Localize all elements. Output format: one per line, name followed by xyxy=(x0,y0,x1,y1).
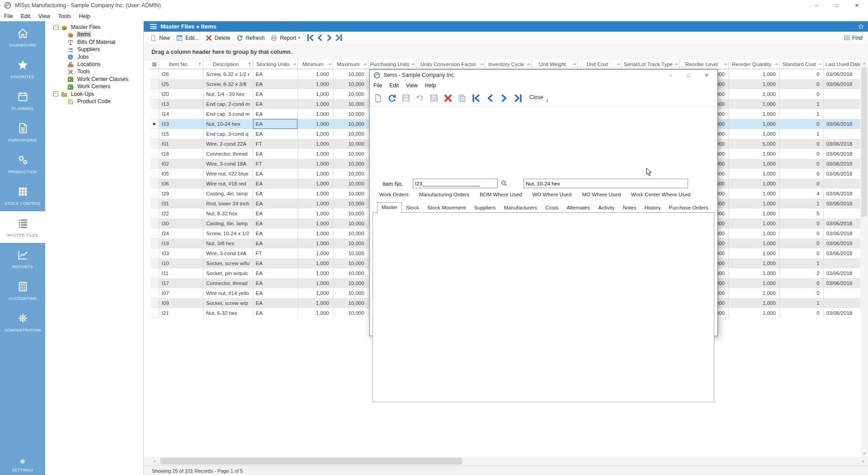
cell[interactable]: I15 xyxy=(159,129,203,139)
tree-node-look-ups[interactable]: −Look-Ups xyxy=(53,90,95,98)
cell[interactable]: EA xyxy=(253,308,298,318)
cell[interactable]: Wire nut, #18 red xyxy=(203,179,253,189)
cell[interactable]: I09 xyxy=(159,298,203,308)
tree-node-master-files[interactable]: −Master Files xyxy=(53,24,101,31)
cell[interactable]: Screw, 10-24 x 1/2 xyxy=(203,228,253,238)
cell[interactable]: 1 xyxy=(779,298,823,308)
horizontal-scrollbar[interactable]: ◄ ► xyxy=(144,457,868,466)
cell[interactable]: 1,000 xyxy=(298,258,333,268)
row-selector-cell[interactable] xyxy=(151,189,159,199)
row-selector-cell[interactable] xyxy=(151,159,159,169)
cell[interactable]: Nut, 8-32 hex xyxy=(203,209,253,218)
sidebar-item-master-files[interactable]: MASTER FILES xyxy=(0,211,45,243)
tab-work-orders[interactable]: Work Orders xyxy=(379,192,409,197)
row-selector-cell[interactable] xyxy=(151,129,159,139)
cell[interactable]: 0 xyxy=(779,308,823,318)
cell[interactable]: 0 xyxy=(779,288,823,298)
cell[interactable]: EA xyxy=(253,169,298,179)
cell[interactable]: I13 xyxy=(159,99,203,109)
sidebar-item-administration[interactable]: ADMINISTRATION xyxy=(0,306,45,338)
cell[interactable]: I24 xyxy=(159,228,203,238)
maximize-icon[interactable]: □ xyxy=(826,0,847,11)
cell[interactable]: I25 xyxy=(159,79,203,89)
cell[interactable]: 1,000 xyxy=(728,69,779,79)
tab-bom-where-used[interactable]: BOM Where Used xyxy=(480,192,522,197)
cell[interactable]: I21 xyxy=(159,308,203,318)
tab-manufacturing-orders[interactable]: Manufacturing Orders xyxy=(419,192,469,197)
cell[interactable]: 0 xyxy=(779,89,823,99)
tab-stock[interactable]: Stock xyxy=(402,203,423,213)
cell[interactable]: End cap, 2-cond m xyxy=(203,99,253,109)
report-button[interactable]: Report ▾ xyxy=(270,34,300,42)
cell[interactable]: End cap, 3-cond m xyxy=(203,109,253,119)
cell[interactable]: Wire, 3-cond 18A xyxy=(203,159,253,169)
cell[interactable]: Wire nut, #22 blue xyxy=(203,169,253,179)
row-selector-cell[interactable] xyxy=(151,139,159,149)
cell[interactable]: EA xyxy=(253,258,298,268)
tab-notes[interactable]: Notes xyxy=(619,203,641,213)
cell[interactable]: 1,000 xyxy=(728,298,779,308)
pushpin-horizontal-icon[interactable] xyxy=(723,62,727,66)
cell[interactable]: I10 xyxy=(159,258,203,268)
column-header-stocking-units[interactable]: Stocking Units xyxy=(253,60,298,69)
horizontal-scroll-thumb[interactable] xyxy=(160,458,462,465)
delete-icon[interactable] xyxy=(443,93,453,104)
pushpin-horizontal-icon[interactable] xyxy=(526,62,531,66)
cell[interactable]: 10,000 xyxy=(333,308,368,318)
cell[interactable]: I20 xyxy=(159,89,203,99)
minimize-icon[interactable]: – xyxy=(661,70,679,81)
cell[interactable]: 1,000 xyxy=(728,179,779,189)
cell[interactable]: 1,000 xyxy=(728,209,779,218)
cell[interactable]: 10,000 xyxy=(333,129,368,139)
cell[interactable]: 1 xyxy=(779,199,823,209)
cell[interactable]: Socket, screw w/p xyxy=(203,298,253,308)
dialog-menu-help[interactable]: Help xyxy=(421,81,440,90)
column-header-description[interactable]: Description xyxy=(203,60,253,69)
cell[interactable]: Screw, 6-32 x 1/2 r xyxy=(203,69,253,79)
tab-history[interactable]: History xyxy=(641,203,665,213)
cell[interactable]: 1,000 xyxy=(298,278,333,288)
refresh-icon[interactable] xyxy=(387,93,397,104)
cell[interactable]: 10,000 xyxy=(333,139,368,149)
tree-expander-icon[interactable]: − xyxy=(53,25,58,30)
vertical-scroll-thumb[interactable] xyxy=(861,67,867,217)
cell[interactable]: 10,000 xyxy=(333,159,368,169)
column-header-standard-cost[interactable]: Standard Cost xyxy=(779,60,823,69)
cell[interactable]: 10,000 xyxy=(333,258,368,268)
cell[interactable]: EA xyxy=(253,89,298,99)
nav-next-icon[interactable] xyxy=(499,93,509,104)
delete-button[interactable]: Delete xyxy=(205,34,231,42)
tree-node-jobs[interactable]: Jobs xyxy=(67,53,90,61)
cell[interactable]: I17 xyxy=(159,278,203,288)
tree-expander-icon[interactable]: − xyxy=(53,91,58,96)
cell[interactable]: I19 xyxy=(159,238,203,248)
cell[interactable]: 1,000 xyxy=(728,199,779,209)
tab-alternates[interactable]: Alternates xyxy=(562,203,594,213)
cell[interactable]: 10,000 xyxy=(333,179,368,189)
tab-suppliers[interactable]: Suppliers xyxy=(470,203,500,213)
tree-node-tools[interactable]: Tools xyxy=(67,68,91,75)
row-selector-cell[interactable] xyxy=(151,89,159,99)
cell[interactable]: EA xyxy=(253,228,298,238)
row-selector-cell[interactable] xyxy=(151,149,159,159)
cell[interactable]: EA xyxy=(253,298,298,308)
row-selector-cell[interactable] xyxy=(151,169,159,179)
cell[interactable]: I05 xyxy=(159,169,203,179)
cell[interactable]: Socket, screw w/tu xyxy=(203,258,253,268)
maximize-icon[interactable]: □ xyxy=(679,70,698,81)
cell[interactable]: 10,000 xyxy=(333,298,368,308)
column-header-reorder-quantity[interactable]: Reorder Quantity xyxy=(728,60,779,69)
group-by-bar[interactable]: Drag a column header here to group by th… xyxy=(144,44,868,60)
tab-mo-where-used[interactable]: MO Where Used xyxy=(582,192,621,197)
tree-node-items[interactable]: Items xyxy=(67,31,91,38)
pushpin-vertical-icon[interactable] xyxy=(198,62,202,66)
sidebar-item-accounting[interactable]: ACCOUNTING xyxy=(0,275,45,306)
sidebar-item-planning[interactable]: PLANNING xyxy=(0,85,45,116)
new-document-icon[interactable] xyxy=(373,93,383,104)
cell[interactable]: 1,000 xyxy=(298,149,333,159)
row-selector-cell[interactable] xyxy=(151,288,159,298)
row-selector-cell[interactable] xyxy=(151,109,159,119)
cell[interactable]: 10,000 xyxy=(333,248,368,258)
column-header-purchasing-units[interactable]: Purchasing Units xyxy=(368,60,416,69)
cell[interactable]: FT xyxy=(253,248,298,258)
